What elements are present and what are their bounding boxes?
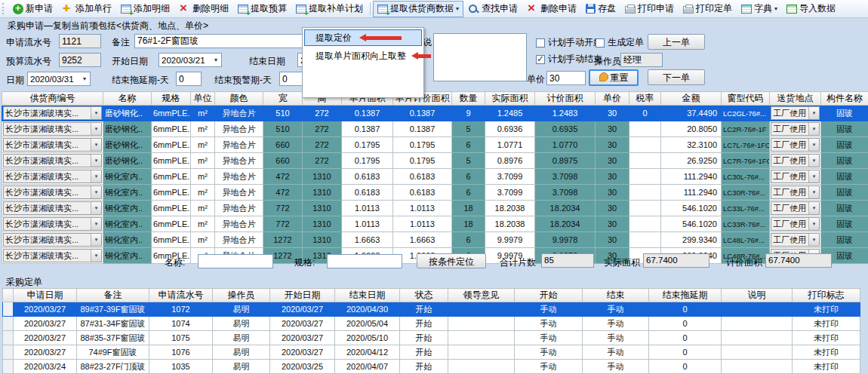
toolbar-button-print-order[interactable]: 打印定单: [679, 1, 737, 17]
supplier-combobox[interactable]: 长沙市潇湘玻璃实...▾: [3, 217, 102, 231]
operator-input[interactable]: [620, 53, 663, 67]
delivery-combobox[interactable]: 工厂使用▾: [771, 217, 820, 231]
chevron-down-icon[interactable]: ▾: [808, 218, 819, 230]
delivery-combobox[interactable]: 工厂使用▾: [771, 138, 820, 152]
column-header-leader_opinion[interactable]: 领导意见: [448, 289, 515, 302]
chevron-down-icon[interactable]: ▾: [79, 75, 90, 82]
chevron-down-icon[interactable]: ▾: [91, 123, 101, 135]
supplier-combobox[interactable]: 长沙市潇湘玻璃实...▾: [3, 122, 102, 136]
chevron-down-icon[interactable]: ▾: [91, 107, 101, 119]
supplier-combobox[interactable]: 长沙市潇湘玻璃实...▾: [3, 233, 102, 247]
column-header-print_flag[interactable]: 打印标志: [793, 289, 860, 302]
toolbar-button-search-request[interactable]: 查找申请: [463, 1, 522, 17]
column-header-actual_area[interactable]: 实际面积: [485, 92, 535, 106]
toolbar-button-extract-budget[interactable]: 提取预算: [233, 1, 291, 17]
supplier-combobox[interactable]: 长沙市潇湘玻璃实...▾: [3, 170, 102, 183]
column-header-start_mode[interactable]: 开始: [515, 289, 583, 302]
column-header-unit[interactable]: 单位: [191, 92, 215, 106]
locate-by-condition-button[interactable]: 按条件定位: [417, 253, 486, 268]
table-row[interactable]: 长沙市潇湘玻璃实...▾磨砂钢化..6mmPLE...m²异地合片5102720…: [2, 106, 868, 121]
column-header-note[interactable]: 说明: [722, 289, 793, 302]
supplier-combobox[interactable]: 长沙市潇湘玻璃实...▾: [3, 249, 102, 262]
column-header-qty[interactable]: 数量: [452, 92, 485, 106]
reset-button[interactable]: 重置: [589, 69, 639, 86]
delivery-combobox[interactable]: 工厂使用▾: [771, 233, 820, 247]
table-row[interactable]: 2020/03/2789#37-39F窗固玻1072易明2020/03/2720…: [3, 302, 860, 317]
column-header-end_mode[interactable]: 结束: [583, 289, 649, 302]
toolbar-button-import-data[interactable]: 导入数据: [782, 1, 840, 17]
column-header-name[interactable]: 名称: [103, 92, 152, 106]
column-header-delivery[interactable]: 送货地点: [770, 92, 821, 106]
table-row[interactable]: 2020/03/2774#9F窗固玻1076易明2020/03/272020/0…: [3, 345, 860, 360]
chevron-down-icon[interactable]: ▾: [808, 186, 819, 198]
checkbox-icon[interactable]: [596, 38, 605, 48]
toolbar-button-extract-supplier-data[interactable]: 提取供货商数据▾: [373, 1, 463, 17]
chevron-down-icon[interactable]: ▾: [91, 218, 101, 230]
filter-name-input[interactable]: [198, 254, 273, 268]
column-header-remark[interactable]: 备注: [77, 289, 149, 302]
delivery-combobox[interactable]: 工厂使用▾: [771, 201, 820, 215]
table-row[interactable]: 长沙市潇湘玻璃实...▾钢化室内..6mmPLE...m²异地合片1272131…: [2, 232, 868, 248]
chevron-down-icon[interactable]: ▾: [808, 155, 819, 167]
checkbox-generate-order[interactable]: 生成定单: [596, 36, 644, 49]
column-header-width[interactable]: 宽: [263, 92, 303, 106]
chevron-down-icon[interactable]: ▾: [91, 250, 101, 262]
column-header-supplier[interactable]: 供货商编号: [2, 92, 103, 106]
chevron-down-icon[interactable]: ▾: [91, 139, 101, 151]
checkbox-icon[interactable]: [536, 38, 545, 48]
note-textarea[interactable]: [433, 33, 527, 81]
chevron-down-icon[interactable]: ▾: [774, 5, 777, 12]
table-row[interactable]: 长沙市潇湘玻璃实...▾钢化室内..6mmPLE...m²异地合片7721310…: [2, 201, 868, 216]
column-header-status[interactable]: 状态: [400, 289, 448, 302]
delivery-combobox[interactable]: 工厂使用▾: [771, 106, 820, 120]
table-row[interactable]: 2020/03/2787#31-34F窗固玻1074易明2020/03/2720…: [3, 317, 860, 331]
column-header-tax[interactable]: 税率: [629, 92, 661, 106]
chevron-down-icon[interactable]: ▾: [211, 57, 221, 63]
toolbar-button-dictionary[interactable]: 字典▾: [737, 1, 782, 17]
next-order-button[interactable]: 下一单: [648, 69, 705, 85]
table-row[interactable]: 长沙市潇湘玻璃实...▾钢化室内..6mmPLE...m²异地合片7721310…: [2, 216, 868, 232]
chevron-down-icon[interactable]: ▾: [91, 155, 101, 167]
chevron-down-icon[interactable]: ▾: [91, 170, 101, 182]
column-header-start_date[interactable]: 开始日期: [270, 289, 335, 302]
serial-input[interactable]: [59, 34, 101, 48]
chevron-down-icon[interactable]: ▾: [456, 5, 459, 12]
chevron-down-icon[interactable]: ▾: [808, 123, 819, 135]
toolbar-button-delete-request[interactable]: 删除申请: [522, 1, 581, 17]
chevron-down-icon[interactable]: ▾: [808, 107, 819, 119]
column-header-serial[interactable]: 申请流水号: [149, 289, 213, 302]
end-warn-input[interactable]: [279, 72, 305, 86]
supplier-combobox[interactable]: 长沙市潇湘玻璃实...▾: [3, 201, 102, 215]
toolbar-button-save[interactable]: 存盘: [581, 1, 620, 17]
checkbox-icon[interactable]: [536, 55, 545, 64]
delivery-combobox[interactable]: 工厂使用▾: [771, 122, 820, 136]
chevron-down-icon[interactable]: ▾: [91, 234, 101, 246]
delivery-combobox[interactable]: 工厂使用▾: [771, 185, 820, 199]
filter-spec-input[interactable]: [327, 254, 402, 268]
supplier-combobox[interactable]: 长沙市潇湘玻璃实...▾: [3, 154, 102, 167]
date-picker[interactable]: 2020/03/31 ▾: [27, 72, 91, 86]
chevron-down-icon[interactable]: ▾: [91, 202, 101, 214]
supplier-combobox[interactable]: 长沙市潇湘玻璃实...▾: [3, 106, 102, 120]
column-header-unit_price[interactable]: 单价: [596, 92, 629, 106]
budget-serial-input[interactable]: [59, 53, 101, 67]
column-header-end_date[interactable]: 结束日期: [335, 289, 400, 302]
chevron-down-icon[interactable]: ▾: [808, 202, 819, 214]
supplier-combobox[interactable]: 长沙市潇湘玻璃实...▾: [3, 185, 102, 199]
toolbar-grip[interactable]: [2, 3, 5, 14]
table-row[interactable]: 长沙市潇湘玻璃实...▾磨砂钢化..6mmPLE...m²异地合片6602720…: [2, 137, 868, 153]
column-header-window_code[interactable]: 窗型代码: [722, 92, 770, 106]
chevron-down-icon[interactable]: ▾: [808, 234, 819, 246]
toolbar-button-delete-detail[interactable]: 删除明细: [174, 1, 233, 17]
end-delay-input[interactable]: [176, 72, 202, 86]
delivery-combobox[interactable]: 工厂使用▾: [771, 154, 820, 167]
toolbar-button-print-request[interactable]: 打印申请: [620, 1, 679, 17]
table-row[interactable]: 长沙市潇湘玻璃实...▾钢化室内..6mmPLE...m²异地合片4721310…: [2, 185, 868, 201]
checkbox-manual-end[interactable]: 计划手动结束: [536, 53, 602, 66]
toolbar-button-extract-supplement-plan[interactable]: 提取补单计划: [291, 1, 368, 17]
column-header-apply_date[interactable]: 申请日期: [14, 289, 77, 302]
column-header-amount[interactable]: 金额: [661, 92, 722, 106]
unit-price-input[interactable]: [546, 71, 586, 85]
table-row[interactable]: 长沙市潇湘玻璃实...▾钢化室内..6mmPLE...m²异地合片4721310…: [2, 169, 868, 185]
table-row[interactable]: 长沙市潇湘玻璃实...▾磨砂钢化..6mmPLE...m²异地合片5102720…: [2, 121, 868, 137]
